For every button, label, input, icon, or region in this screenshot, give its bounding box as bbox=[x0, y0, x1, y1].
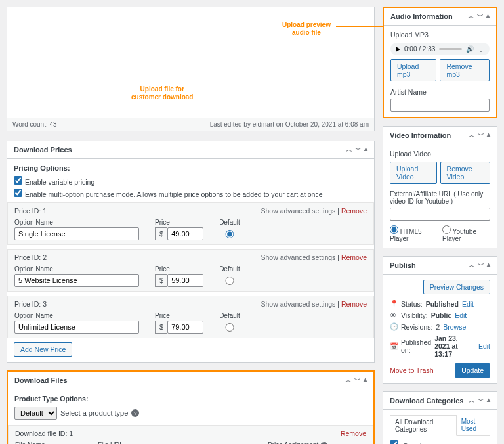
upload-mp3-button[interactable]: Upload mp3 bbox=[390, 59, 436, 81]
panel-title: Video Information bbox=[390, 131, 451, 139]
option-name-label: Option Name bbox=[14, 219, 139, 226]
advanced-settings-link[interactable]: Show advanced settings bbox=[261, 254, 336, 261]
filename-label: File Name bbox=[15, 441, 87, 444]
help-icon[interactable]: ? bbox=[320, 442, 328, 445]
price-assignment-label: Price Assignment ? bbox=[268, 441, 366, 444]
remove-file-link[interactable]: Remove bbox=[341, 430, 366, 437]
help-icon[interactable]: ? bbox=[131, 409, 139, 417]
upload-video-label: Upload Video bbox=[390, 150, 490, 158]
remove-video-button[interactable]: Remove Video bbox=[440, 162, 490, 184]
audio-info-panel: Audio Information ︿ ﹀ ▴ Upload MP3 0:00 … bbox=[383, 7, 497, 118]
revisions-icon: 🕑 bbox=[390, 322, 398, 331]
chevron-up-icon[interactable]: ︿ bbox=[345, 376, 352, 385]
chevron-down-icon[interactable]: ﹀ bbox=[477, 12, 484, 21]
browse-revisions-link[interactable]: Browse bbox=[443, 323, 466, 331]
publish-panel: Publish ︿ ﹀ ▴ Preview Changes 📍Status: P… bbox=[383, 256, 497, 384]
chevron-down-icon[interactable]: ﹀ bbox=[478, 396, 484, 405]
word-count: Word count: 43 bbox=[12, 121, 57, 128]
external-url-label: External/Affiliate URL ( Use only video … bbox=[390, 190, 490, 205]
fileurl-label: File URL bbox=[98, 441, 257, 444]
panel-title: Download Categories bbox=[390, 397, 463, 405]
pricing-options-label: Pricing Options: bbox=[14, 164, 368, 172]
price-input[interactable] bbox=[167, 274, 203, 287]
collapse-icon[interactable]: ▴ bbox=[487, 131, 490, 140]
remove-price-link[interactable]: Remove bbox=[341, 207, 367, 215]
audio-player[interactable]: 0:00 / 2:33 ⋮ bbox=[390, 43, 490, 55]
tab-all-categories[interactable]: All Download Categories bbox=[390, 415, 457, 436]
chevron-down-icon[interactable]: ﹀ bbox=[355, 145, 362, 154]
chevron-up-icon[interactable]: ︿ bbox=[469, 261, 475, 270]
edit-visibility-link[interactable]: Edit bbox=[455, 311, 467, 319]
price-id-label: Price ID: 1 bbox=[14, 207, 47, 215]
editor-area[interactable] bbox=[7, 7, 375, 118]
visibility-icon: 👁 bbox=[390, 311, 398, 319]
chevron-up-icon[interactable]: ︿ bbox=[469, 131, 475, 140]
upload-video-button[interactable]: Upload Video bbox=[390, 162, 437, 184]
product-type-hint: Select a product type bbox=[60, 409, 128, 417]
chevron-down-icon[interactable]: ﹀ bbox=[354, 376, 361, 385]
tab-most-used[interactable]: Most Used bbox=[457, 415, 490, 435]
download-files-panel: Download Files ︿ ﹀ ▴ Product Type Option… bbox=[7, 370, 375, 444]
chevron-down-icon[interactable]: ﹀ bbox=[478, 261, 484, 270]
volume-icon[interactable] bbox=[466, 45, 474, 53]
add-new-price-button[interactable]: Add New Price bbox=[14, 342, 72, 357]
artist-name-input[interactable] bbox=[390, 99, 490, 112]
advanced-settings-link[interactable]: Show advanced settings bbox=[261, 300, 336, 308]
option-name-label: Option Name bbox=[14, 312, 139, 319]
default-label: Default bbox=[219, 312, 240, 319]
chevron-up-icon[interactable]: ︿ bbox=[469, 396, 475, 405]
html5-player-radio[interactable]: HTML5 Player bbox=[390, 225, 436, 242]
currency-symbol: $ bbox=[155, 274, 167, 287]
youtube-player-radio[interactable]: Youtube Player bbox=[442, 225, 490, 242]
audio-progress[interactable] bbox=[439, 48, 462, 50]
download-prices-panel: Download Prices ︿ ﹀ ▴ Pricing Options: E… bbox=[7, 141, 375, 363]
chevron-up-icon[interactable]: ︿ bbox=[468, 12, 474, 21]
panel-title: Publish bbox=[390, 261, 416, 269]
price-id-label: Price ID: 2 bbox=[14, 254, 47, 261]
update-button[interactable]: Update bbox=[455, 363, 490, 378]
last-edit: Last edited by eidmart on October 20, 20… bbox=[210, 121, 369, 128]
edit-date-link[interactable]: Edit bbox=[478, 342, 490, 350]
product-type-label: Product Type Options: bbox=[14, 395, 367, 403]
move-to-trash-link[interactable]: Move to Trash bbox=[390, 366, 434, 374]
option-name-input[interactable] bbox=[14, 227, 139, 240]
download-categories-panel: Download Categories ︿ ﹀ ▴ All Download C… bbox=[383, 391, 497, 444]
pin-icon: 📍 bbox=[390, 300, 398, 308]
panel-title: Download Prices bbox=[14, 146, 72, 154]
price-input[interactable] bbox=[167, 227, 203, 240]
default-radio[interactable] bbox=[219, 323, 240, 332]
play-icon[interactable] bbox=[396, 47, 400, 52]
collapse-icon[interactable]: ▴ bbox=[486, 12, 490, 21]
video-info-panel: Video Information ︿ ﹀ ▴ Upload Video Upl… bbox=[383, 126, 497, 248]
collapse-icon[interactable]: ▴ bbox=[364, 145, 368, 154]
currency-symbol: $ bbox=[155, 227, 167, 240]
more-icon[interactable]: ⋮ bbox=[478, 45, 484, 53]
chevron-up-icon[interactable]: ︿ bbox=[346, 145, 352, 154]
collapse-icon[interactable]: ▴ bbox=[364, 376, 367, 385]
advanced-settings-link[interactable]: Show advanced settings bbox=[261, 207, 336, 215]
artist-name-label: Artist Name bbox=[390, 88, 490, 96]
remove-mp3-button[interactable]: Remove mp3 bbox=[440, 59, 490, 81]
price-label: Price bbox=[155, 312, 203, 319]
price-label: Price bbox=[155, 265, 203, 273]
external-url-input[interactable] bbox=[390, 208, 490, 221]
preview-changes-button[interactable]: Preview Changes bbox=[423, 280, 490, 294]
audio-time: 0:00 / 2:33 bbox=[404, 45, 435, 53]
chevron-down-icon[interactable]: ﹀ bbox=[478, 131, 484, 140]
remove-price-link[interactable]: Remove bbox=[341, 300, 367, 308]
enable-variable-pricing[interactable]: Enable variable pricing bbox=[14, 176, 368, 186]
default-radio[interactable] bbox=[219, 230, 240, 238]
collapse-icon[interactable]: ▴ bbox=[487, 396, 490, 405]
default-radio[interactable] bbox=[219, 277, 240, 285]
option-name-input[interactable] bbox=[14, 321, 139, 334]
category-item[interactable]: Country bbox=[390, 440, 490, 444]
calendar-icon: 📅 bbox=[390, 342, 398, 351]
option-name-input[interactable] bbox=[14, 274, 139, 287]
edit-status-link[interactable]: Edit bbox=[462, 300, 474, 308]
remove-price-link[interactable]: Remove bbox=[341, 254, 367, 261]
panel-title: Audio Information bbox=[390, 12, 453, 20]
enable-multioption[interactable]: Enable multi-option purchase mode. Allow… bbox=[14, 189, 368, 198]
price-input[interactable] bbox=[167, 321, 203, 334]
collapse-icon[interactable]: ▴ bbox=[487, 261, 490, 270]
product-type-select[interactable]: Default bbox=[14, 407, 57, 420]
